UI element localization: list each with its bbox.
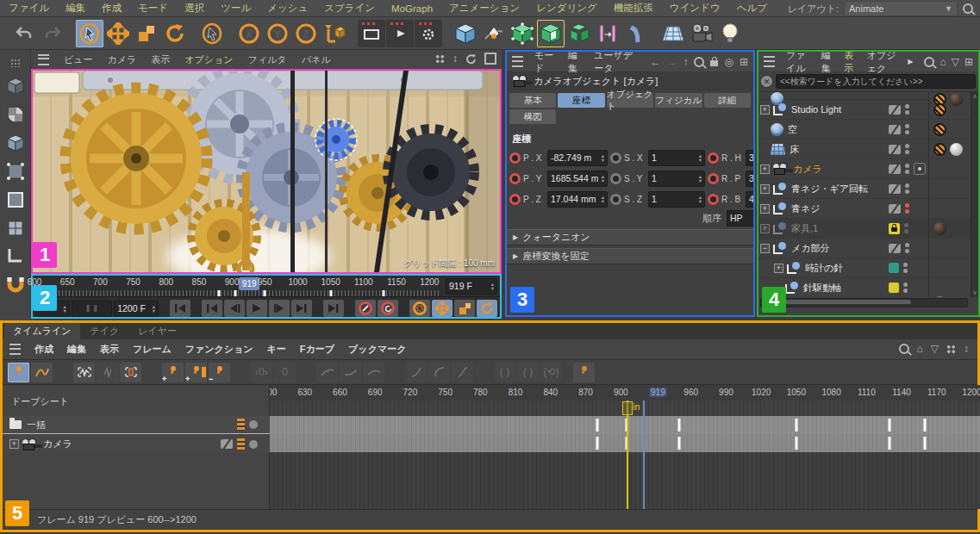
visibility-dots[interactable]	[905, 243, 909, 253]
interp-step-button[interactable]	[363, 363, 384, 382]
subdivision-surface-button[interactable]	[509, 20, 536, 47]
timeline-menu-icon[interactable]	[9, 344, 21, 355]
search-icon[interactable]	[694, 57, 704, 67]
keyframes-tag[interactable]	[237, 438, 245, 450]
attr-menu-mode[interactable]: モード	[534, 50, 557, 75]
object-search-input[interactable]: <<検索ワードを入力してください>>	[776, 74, 976, 89]
key-interpolation-button[interactable]	[573, 363, 595, 382]
object-row-clock-hands[interactable]: + 時計の針	[758, 258, 978, 278]
target-icon[interactable]: ◎	[724, 56, 733, 68]
expander-icon[interactable]: +	[760, 165, 770, 174]
enable-toggle[interactable]	[889, 184, 901, 194]
summary-key-row[interactable]	[270, 416, 980, 435]
menu-window[interactable]: ウインドウ	[670, 2, 721, 15]
rb-field[interactable]: 4.54	[746, 191, 753, 208]
compositing-tag[interactable]	[933, 103, 946, 116]
render-view-button[interactable]	[358, 20, 385, 47]
keyframe-mark[interactable]	[678, 437, 681, 450]
timeline-playhead-line[interactable]	[643, 400, 645, 509]
spinner-arrows[interactable]: ▴▾	[153, 304, 155, 313]
enable-toggle[interactable]	[889, 165, 901, 174]
goto-start-button[interactable]	[170, 300, 190, 317]
voronoi-fracture-button[interactable]	[565, 20, 593, 47]
enable-toggle[interactable]	[889, 204, 901, 214]
keyframe-mark[interactable]	[264, 290, 266, 296]
power-slider-ruler[interactable]: 919 600650700750800850900950100010501100…	[34, 276, 441, 296]
keyframe-mark[interactable]	[382, 290, 384, 296]
menu-mesh[interactable]: メッシュ	[267, 2, 308, 15]
fcurve-mode-button[interactable]	[31, 363, 53, 382]
pz-field[interactable]: 17.044 mm▴▾	[547, 191, 608, 208]
compositing-tag[interactable]	[933, 143, 946, 156]
home-icon[interactable]: ⌂	[917, 343, 923, 355]
visibility-dots[interactable]	[905, 104, 909, 115]
object-row-bluescrew-gear[interactable]: + 青ネジ・ギア回転	[758, 179, 978, 199]
keyframe-mark[interactable]	[217, 290, 220, 296]
record-position-toggle[interactable]	[432, 300, 453, 317]
enable-toggle[interactable]	[889, 125, 901, 134]
vp-menu-view[interactable]: ビュー	[64, 53, 93, 66]
track-repeat-button[interactable]: (⟲)	[540, 363, 562, 382]
tab-basic[interactable]: 基本	[509, 93, 556, 108]
last-tool-button[interactable]	[198, 20, 226, 47]
add-keys-all-button[interactable]: +	[185, 363, 207, 382]
lock-icon[interactable]	[710, 60, 718, 66]
coordinate-system-button[interactable]	[321, 20, 348, 47]
rh-field[interactable]: 397	[746, 150, 753, 166]
object-menu-icon[interactable]	[764, 56, 775, 67]
timeline-marker-line[interactable]	[627, 400, 628, 509]
keyframe-mark[interactable]	[924, 437, 927, 450]
search-icon[interactable]	[899, 344, 909, 354]
vp-menu-panel[interactable]: パネル	[302, 53, 331, 66]
freeze-transform-section[interactable]: ▶ 座標変換を固定	[507, 248, 753, 264]
menu-extensions[interactable]: 機能拡張	[614, 2, 653, 15]
object-row-sky[interactable]: 空	[758, 120, 978, 140]
tab-composition[interactable]: 構図	[509, 109, 556, 124]
cube-primitive-button[interactable]	[452, 20, 479, 47]
object-row-furniture[interactable]: + 家具,1	[758, 219, 978, 239]
tab-details[interactable]: 詳細	[704, 93, 751, 108]
keyframe-mark[interactable]	[889, 419, 891, 432]
expander-icon[interactable]: +	[9, 439, 19, 449]
visibility-dots[interactable]	[905, 124, 909, 134]
axis-mode-icon[interactable]	[6, 247, 25, 264]
vp-menu-camera[interactable]: カメラ	[108, 53, 137, 66]
attr-menu-edit[interactable]: 編集	[568, 50, 583, 75]
attr-menu-userdata[interactable]: ユーザデータ	[594, 50, 639, 75]
new-panel-icon[interactable]: ⊞	[964, 56, 973, 68]
attribute-menu-icon[interactable]	[512, 56, 523, 67]
track-after-button[interactable]: ( )	[517, 363, 539, 382]
expander-icon[interactable]: −	[760, 244, 770, 253]
vp-menu-filter[interactable]: フィルタ	[248, 53, 287, 66]
back-arrow-icon[interactable]: ←	[650, 56, 660, 68]
object-row-bluescrew[interactable]: + 青ネジ	[758, 199, 978, 219]
tl-menu-edit[interactable]: 編集	[67, 343, 86, 356]
vp-menu-options[interactable]: オプション	[184, 53, 233, 66]
layer-color-tag[interactable]	[889, 283, 899, 293]
tab-coordinates[interactable]: 座標	[558, 93, 604, 108]
tl-menu-fcurve[interactable]: Fカーブ	[300, 343, 334, 356]
snap-magnet-icon[interactable]	[5, 274, 26, 295]
prev-frame-button[interactable]	[224, 300, 245, 317]
object-row-studio-light[interactable]: + Studio Light	[758, 100, 978, 120]
sx-field[interactable]: 1▴▾	[648, 150, 705, 166]
viewport-dolly-icon[interactable]: ↕	[453, 53, 458, 64]
menu-help[interactable]: ヘルプ	[737, 2, 767, 15]
key-zero-button[interactable]: 0	[274, 363, 296, 382]
track-row-camera[interactable]: + カメラ	[3, 435, 270, 453]
tab-physical[interactable]: フィジカル	[655, 93, 702, 108]
model-mode-icon[interactable]	[6, 77, 25, 96]
expander-icon[interactable]: +	[760, 224, 770, 233]
expander-icon[interactable]: +	[760, 105, 770, 115]
obj-menu-object[interactable]: オブジェク	[867, 50, 897, 75]
menu-file[interactable]: ファイル	[9, 2, 49, 15]
material-tag[interactable]	[933, 222, 946, 235]
spinner-arrows[interactable]: ▴▾	[491, 282, 494, 290]
keyframe-mark[interactable]	[795, 419, 797, 432]
solo-circle[interactable]	[249, 420, 258, 429]
tl-menu-view[interactable]: 表示	[100, 343, 119, 356]
obj-menu-file[interactable]: ファイル	[786, 50, 810, 75]
lock-y-button[interactable]: Y	[264, 20, 291, 47]
move-tool-button[interactable]	[104, 20, 132, 47]
light-button[interactable]	[716, 20, 744, 47]
